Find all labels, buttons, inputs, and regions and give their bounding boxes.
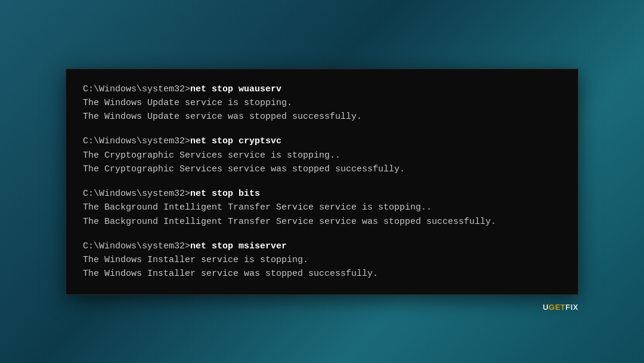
- output-line-2-1: The Cryptographic Services service is st…: [83, 149, 561, 162]
- watermark: UGETFIX: [543, 303, 578, 312]
- command-bold-2: net stop cryptsvc: [190, 136, 281, 146]
- command-bold-1: net stop wuauserv: [190, 84, 281, 94]
- output-line-3-2: The Background Intelligent Transfer Serv…: [83, 215, 561, 229]
- terminal-wrapper: C:\Windows\system32>net stop wuauservThe…: [66, 69, 578, 295]
- command-prefix-4: C:\Windows\system32>: [83, 241, 190, 251]
- output-line-1-2: The Windows Update service was stopped s…: [83, 110, 561, 124]
- command-line-1: C:\Windows\system32>net stop wuauserv: [83, 82, 561, 96]
- command-line-3: C:\Windows\system32>net stop bits: [83, 187, 561, 201]
- command-prefix-3: C:\Windows\system32>: [83, 189, 190, 199]
- command-bold-4: net stop msiserver: [190, 241, 287, 251]
- terminal-block-4: C:\Windows\system32>net stop msiserverTh…: [83, 239, 561, 281]
- command-prefix-2: C:\Windows\system32>: [83, 136, 190, 146]
- output-line-3-1: The Background Intelligent Transfer Serv…: [83, 201, 561, 214]
- terminal-window: C:\Windows\system32>net stop wuauservThe…: [66, 69, 578, 295]
- output-line-1-1: The Windows Update service is stopping.: [83, 96, 561, 110]
- output-line-4-2: The Windows Installer service was stoppe…: [83, 267, 561, 281]
- command-prefix-1: C:\Windows\system32>: [83, 84, 190, 94]
- output-line-4-1: The Windows Installer service is stoppin…: [83, 253, 561, 267]
- command-line-4: C:\Windows\system32>net stop msiserver: [83, 239, 561, 253]
- terminal-block-3: C:\Windows\system32>net stop bitsThe Bac…: [83, 187, 561, 229]
- command-bold-3: net stop bits: [190, 189, 260, 199]
- output-line-2-2: The Cryptographic Services service was s…: [83, 162, 561, 176]
- terminal-block-1: C:\Windows\system32>net stop wuauservThe…: [83, 82, 561, 124]
- command-line-2: C:\Windows\system32>net stop cryptsvc: [83, 134, 561, 148]
- terminal-block-2: C:\Windows\system32>net stop cryptsvcThe…: [83, 134, 561, 176]
